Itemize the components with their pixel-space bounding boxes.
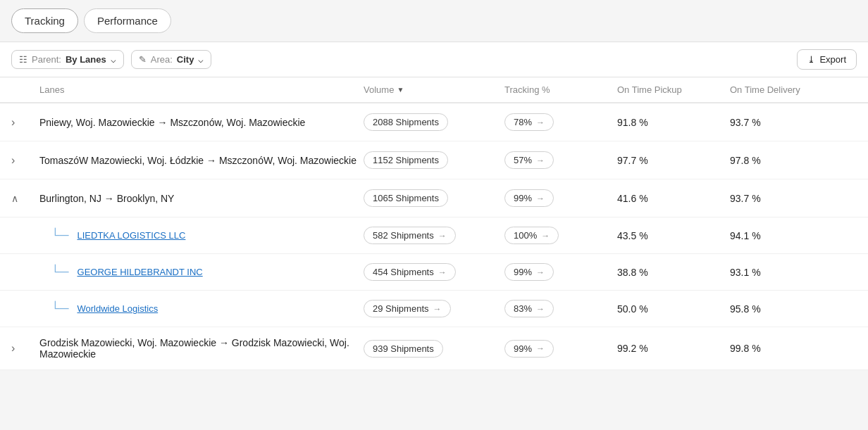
child-lane-cell-3: └─ Worldwide Logistics	[39, 301, 364, 316]
volume-text-3: 1065 Shipments	[373, 193, 439, 203]
parent-chevron-icon: ⌵	[111, 54, 116, 65]
child-volume-badge-2[interactable]: 454 Shipments →	[364, 263, 456, 281]
child-tracking-arrow-1: →	[541, 231, 550, 241]
on-time-delivery-3: 93.7 %	[730, 193, 857, 204]
child-on-time-pickup-2: 38.8 %	[617, 267, 730, 278]
child-row: └─ Worldwide Logistics 29 Shipments → 83…	[0, 291, 868, 327]
on-time-pickup-4: 99.2 %	[617, 343, 730, 354]
tracking-arrow-2: →	[536, 156, 545, 165]
on-time-pickup-1: 91.8 %	[617, 117, 730, 128]
export-icon: ⤓	[807, 54, 815, 65]
volume-cell-2: 1152 Shipments	[364, 151, 504, 169]
top-tabs-bar: Tracking Performance	[0, 0, 868, 42]
child-on-time-pickup-1: 43.5 %	[617, 230, 730, 241]
child-tracking-pct-3: 83%	[514, 303, 532, 314]
tab-performance[interactable]: Performance	[84, 8, 171, 33]
tracking-arrow-4: →	[536, 343, 545, 353]
tree-branch-icon: └─	[51, 228, 69, 243]
on-time-delivery-2: 97.8 %	[730, 155, 857, 166]
tracking-arrow-1: →	[536, 118, 545, 127]
row-expander-2[interactable]: ›	[11, 154, 39, 167]
child-volume-badge-3[interactable]: 29 Shipments →	[364, 300, 451, 317]
on-time-delivery-1: 93.7 %	[730, 117, 857, 128]
volume-badge-3[interactable]: 1065 Shipments	[364, 189, 448, 207]
volume-badge-2[interactable]: 1152 Shipments	[364, 151, 448, 169]
table-header: Lanes Volume ▼ Tracking % On Time Pickup…	[0, 77, 868, 103]
child-tracking-badge-3: 83% →	[504, 300, 554, 317]
child-tracking-pct-2: 99%	[514, 267, 532, 277]
child-lane-cell-2: └─ GEORGE HILDEBRANDT INC	[39, 265, 364, 279]
volume-badge-4[interactable]: 939 Shipments	[364, 340, 443, 358]
tab-tracking[interactable]: Tracking	[11, 8, 78, 33]
area-label: Area:	[151, 54, 173, 65]
area-filter[interactable]: ✎ Area: City ⌵	[131, 50, 212, 69]
child-on-time-delivery-3: 95.8 %	[730, 303, 857, 315]
child-tracking-badge-1: 100% →	[504, 227, 559, 244]
lane-name-2: TomaszóW Mazowiecki, Woj. Łódzkie → Mszc…	[39, 155, 364, 166]
volume-text-4: 939 Shipments	[373, 343, 434, 354]
volume-cell-3: 1065 Shipments	[364, 189, 504, 207]
child-volume-arrow-1: →	[438, 231, 447, 241]
volume-text-1: 2088 Shipments	[373, 117, 439, 127]
header-on-time-delivery: On Time Delivery	[730, 84, 857, 95]
child-row: └─ GEORGE HILDEBRANDT INC 454 Shipments …	[0, 254, 868, 291]
header-expander-col	[11, 84, 39, 95]
on-time-pickup-2: 97.7 %	[617, 155, 730, 166]
child-tracking-cell-3: 83% →	[504, 300, 617, 317]
parent-label: Parent:	[32, 54, 61, 65]
child-volume-arrow-3: →	[433, 304, 442, 314]
child-volume-cell-2: 454 Shipments →	[364, 263, 504, 281]
child-tracking-arrow-3: →	[536, 304, 545, 314]
child-row: └─ LIEDTKA LOGISTICS LLC 582 Shipments →…	[0, 217, 868, 254]
header-on-time-pickup: On Time Pickup	[617, 84, 730, 95]
table-row: › Pniewy, Woj. Mazowieckie → Mszczonów, …	[0, 103, 868, 141]
child-on-time-delivery-1: 94.1 %	[730, 230, 857, 241]
volume-cell-4: 939 Shipments	[364, 340, 504, 358]
header-volume: Volume ▼	[364, 84, 504, 95]
tracking-badge-4: 99% →	[504, 340, 554, 358]
row-expander-4[interactable]: ›	[11, 342, 39, 355]
volume-badge-1[interactable]: 2088 Shipments	[364, 113, 448, 131]
child-tracking-arrow-2: →	[536, 267, 545, 277]
child-volume-cell-1: 582 Shipments →	[364, 227, 504, 244]
tree-branch-icon: └─	[51, 301, 69, 316]
table-row: ∧ Burlington, NJ → Brooklyn, NY 1065 Shi…	[0, 179, 868, 217]
tree-branch-icon: └─	[51, 265, 69, 279]
lane-name-4: Grodzisk Mazowiecki, Woj. Mazowieckie → …	[39, 337, 364, 360]
child-lane-name-3[interactable]: Worldwide Logistics	[78, 303, 159, 314]
child-lane-name-1[interactable]: LIEDTKA LOGISTICS LLC	[78, 230, 186, 241]
row-expander-3[interactable]: ∧	[11, 193, 39, 204]
sort-icon: ▼	[397, 86, 404, 94]
table-row: › TomaszóW Mazowiecki, Woj. Łódzkie → Ms…	[0, 141, 868, 179]
area-chevron-icon: ⌵	[198, 54, 204, 65]
child-tracking-cell-1: 100% →	[504, 227, 617, 244]
tracking-pct-1: 78%	[514, 117, 532, 127]
child-volume-badge-1[interactable]: 582 Shipments →	[364, 227, 456, 244]
tracking-cell-3: 99% →	[504, 189, 617, 207]
tracking-badge-1: 78% →	[504, 113, 554, 131]
child-tracking-badge-2: 99% →	[504, 263, 554, 281]
tracking-arrow-3: →	[536, 194, 545, 203]
tracking-pct-4: 99%	[514, 343, 532, 354]
on-time-delivery-4: 99.8 %	[730, 343, 857, 354]
tracking-pct-2: 57%	[514, 155, 532, 165]
child-section-3: └─ LIEDTKA LOGISTICS LLC 582 Shipments →…	[0, 217, 868, 327]
row-expander-1[interactable]: ›	[11, 116, 39, 129]
export-button[interactable]: ⤓ Export	[797, 49, 857, 70]
child-lane-name-2[interactable]: GEORGE HILDEBRANDT INC	[78, 267, 203, 277]
toolbar: ☷ Parent: By Lanes ⌵ ✎ Area: City ⌵ ⤓ Ex…	[0, 42, 868, 77]
volume-cell-1: 2088 Shipments	[364, 113, 504, 131]
tracking-cell-2: 57% →	[504, 151, 617, 169]
tracking-cell-4: 99% →	[504, 340, 617, 358]
export-label: Export	[819, 54, 846, 65]
lane-name-3: Burlington, NJ → Brooklyn, NY	[39, 193, 364, 204]
parent-filter[interactable]: ☷ Parent: By Lanes ⌵	[11, 50, 124, 69]
on-time-pickup-3: 41.6 %	[617, 193, 730, 204]
child-volume-cell-3: 29 Shipments →	[364, 300, 504, 317]
child-on-time-pickup-3: 50.0 %	[617, 303, 730, 315]
data-table: Lanes Volume ▼ Tracking % On Time Pickup…	[0, 77, 868, 370]
volume-text-2: 1152 Shipments	[373, 155, 439, 165]
tracking-badge-2: 57% →	[504, 151, 554, 169]
tracking-pct-3: 99%	[514, 193, 532, 203]
child-volume-arrow-2: →	[438, 267, 447, 277]
